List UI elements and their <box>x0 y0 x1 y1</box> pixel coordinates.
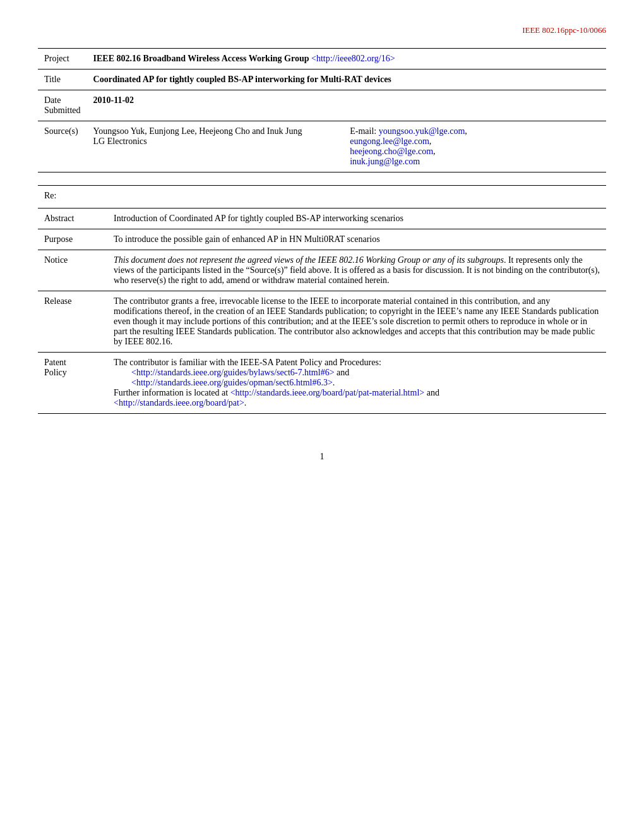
notice-italic: This document does not represent the agr… <box>114 255 504 265</box>
project-content: IEEE 802.16 Broadband Wireless Access Wo… <box>87 49 606 70</box>
patent-link-2[interactable]: <http://standards.ieee.org/guides/opman/… <box>131 378 333 387</box>
project-link[interactable]: <http://ieee802.org/16> <box>311 54 395 63</box>
title-label: Title <box>38 70 87 90</box>
notice-label: Notice <box>38 250 107 291</box>
table-row: Title Coordinated AP for tightly coupled… <box>38 70 606 90</box>
title-content: Coordinated AP for tightly coupled BS-AP… <box>87 70 606 90</box>
patent-content: The contributor is familiar with the IEE… <box>107 353 606 414</box>
email-link-4[interactable]: inuk.jung@lge.com <box>350 157 420 166</box>
email-link-2[interactable]: eungong.lee@lge.com <box>350 136 429 146</box>
project-text: IEEE 802.16 Broadband Wireless Access Wo… <box>93 54 311 63</box>
patent-link-3[interactable]: <http://standards.ieee.org/board/pat/pat… <box>230 388 425 397</box>
notice-content: This document does not represent the agr… <box>107 250 606 291</box>
table-row: PatentPolicy The contributor is familiar… <box>38 353 606 414</box>
source-label: Source(s) <box>38 121 87 172</box>
project-table: Project IEEE 802.16 Broadband Wireless A… <box>38 48 606 172</box>
table-row: Abstract Introduction of Coordinated AP … <box>38 208 606 229</box>
purpose-label: Purpose <box>38 229 107 250</box>
title-text: Coordinated AP for tightly coupled BS-AP… <box>93 75 391 84</box>
table-row: DateSubmitted 2010-11-02 <box>38 90 606 121</box>
table-row: Release The contributor grants a free, i… <box>38 291 606 353</box>
table-row: Re: <box>38 186 606 208</box>
table-row: Project IEEE 802.16 Broadband Wireless A… <box>38 49 606 70</box>
source-emails: E-mail: youngsoo.yuk@lge.com, eungong.le… <box>343 121 606 172</box>
abstract-content: Introduction of Coordinated AP for tight… <box>107 208 606 229</box>
page-number: 1 <box>320 452 325 461</box>
date-content: 2010-11-02 <box>87 90 606 121</box>
source-authors: Youngsoo Yuk, Eunjong Lee, Heejeong Cho … <box>93 126 338 136</box>
release-label: Release <box>38 291 107 353</box>
date-value: 2010-11-02 <box>93 95 134 105</box>
email-link-3[interactable]: heejeong.cho@lge.com <box>350 147 433 156</box>
re-label: Re: <box>38 186 107 208</box>
purpose-content: To introduce the possible gain of enhanc… <box>107 229 606 250</box>
patent-label: PatentPolicy <box>38 353 107 414</box>
patent-link-1[interactable]: <http://standards.ieee.org/guides/bylaws… <box>131 368 335 377</box>
patent-link-4[interactable]: <http://standards.ieee.org/board/pat> <box>114 398 244 408</box>
table-row: Purpose To introduce the possible gain o… <box>38 229 606 250</box>
table-row: Source(s) Youngsoo Yuk, Eunjong Lee, Hee… <box>38 121 606 172</box>
source-org: LG Electronics <box>93 136 338 147</box>
email-link-1[interactable]: youngsoo.yuk@lge.com <box>379 126 465 136</box>
abstract-label: Abstract <box>38 208 107 229</box>
release-content: The contributor grants a free, irrevocab… <box>107 291 606 353</box>
table-row: Notice This document does not represent … <box>38 250 606 291</box>
email-label-text: E-mail: youngsoo.yuk@lge.com, <box>350 126 600 136</box>
doc-id: IEEE 802.16ppc-10/0066 <box>38 25 606 35</box>
re-content <box>107 186 606 208</box>
page-footer: 1 <box>38 452 606 462</box>
info-table: Re: Abstract Introduction of Coordinated… <box>38 185 606 414</box>
date-label: DateSubmitted <box>38 90 87 121</box>
source-names: Youngsoo Yuk, Eunjong Lee, Heejeong Cho … <box>87 121 344 172</box>
project-label: Project <box>38 49 87 70</box>
